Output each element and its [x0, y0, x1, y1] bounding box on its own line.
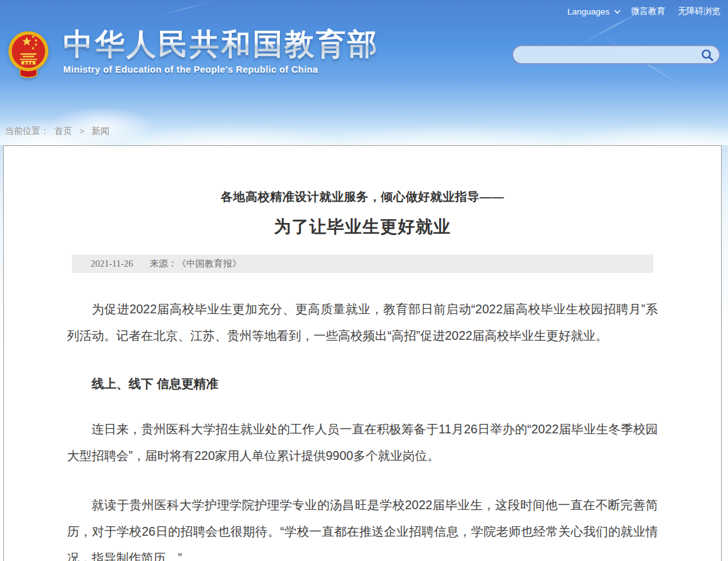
article-subtitle: 各地高校精准设计就业服务，倾心做好就业指导—— [67, 189, 658, 205]
search-box [512, 45, 720, 64]
site-title: 中华人民共和国教育部 [63, 28, 379, 61]
chevron-down-icon [614, 8, 620, 14]
languages-label: Languages [567, 7, 610, 16]
site-name-group: 中华人民共和国教育部 Ministry of Education of the … [63, 28, 379, 75]
link-accessibility[interactable]: 无障碍浏览 [678, 6, 721, 17]
article-date: 2021-11-26 [91, 258, 133, 269]
site-subtitle: Ministry of Education of the People's Re… [63, 64, 379, 75]
search-input[interactable] [513, 46, 700, 63]
site-header: Languages 微言教育 无障碍浏览 中华人民共和国教育部 Ministry [0, 0, 728, 145]
article-source: 来源：《中国教育报》 [150, 258, 241, 270]
national-emblem-icon [8, 30, 49, 82]
breadcrumb-label: 当前位置： [5, 126, 49, 137]
article-meta-bar: 2021-11-26 来源：《中国教育报》 [72, 255, 653, 273]
dandelion-decoration [159, 0, 214, 16]
search-icon[interactable] [700, 48, 714, 62]
article-paragraph: 连日来，贵州医科大学招生就业处的工作人员一直在积极筹备于11月26日举办的“20… [67, 416, 658, 469]
article-content: 各地高校精准设计就业服务，倾心做好就业指导—— 为了让毕业生更好就业 2021-… [67, 189, 658, 561]
home-logo-link[interactable]: 中华人民共和国教育部 Ministry of Education of the … [8, 28, 379, 82]
article-paragraph: 为促进2022届高校毕业生更加充分、更高质量就业，教育部日前启动“2022届高校… [67, 296, 658, 349]
link-weiyan-jiaoyu[interactable]: 微言教育 [631, 6, 665, 17]
breadcrumb: 当前位置： 首页 > 新闻 [5, 126, 109, 137]
article-paragraph: 就读于贵州医科大学护理学院护理学专业的汤昌旺是学校2022届毕业生，这段时间他一… [67, 492, 658, 561]
languages-menu[interactable]: Languages [567, 7, 619, 16]
section-heading: 线上、线下 信息更精准 [67, 374, 658, 393]
breadcrumb-news[interactable]: 新闻 [92, 126, 109, 137]
article-title: 为了让毕业生更好就业 [67, 215, 658, 238]
article-card: 各地高校精准设计就业服务，倾心做好就业指导—— 为了让毕业生更好就业 2021-… [3, 145, 722, 561]
header-top-links: Languages 微言教育 无障碍浏览 [567, 6, 720, 17]
breadcrumb-home[interactable]: 首页 [54, 126, 72, 137]
breadcrumb-separator: > [80, 127, 84, 136]
